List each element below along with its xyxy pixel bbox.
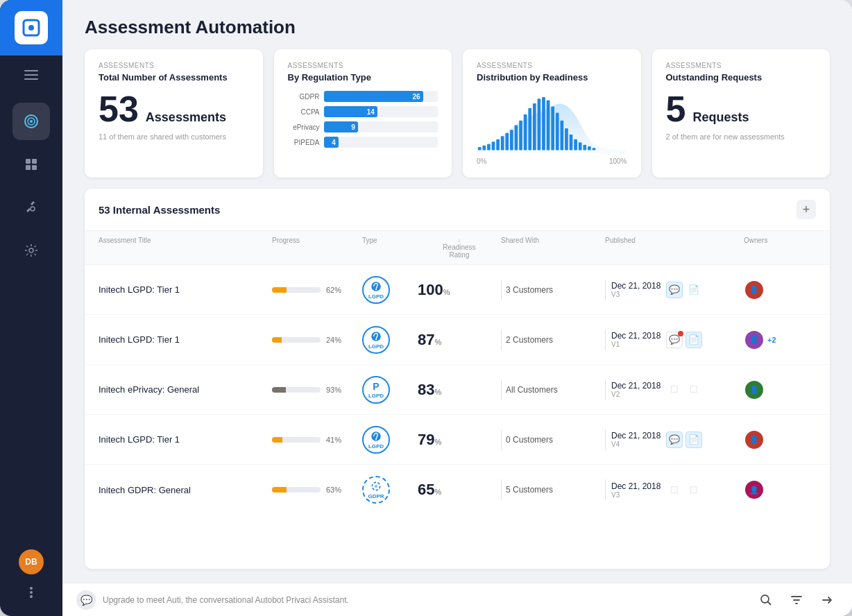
row-title-4: Initech LGPD: Tier 1 (99, 434, 272, 445)
col-readiness: ↓ Readiness Rating (418, 237, 501, 259)
bar-chart: GDPR 26 CCPA 14 (288, 91, 438, 148)
chat-notif-icon-2[interactable]: 💬 (666, 332, 683, 348)
stat-label-2: Assessments (288, 62, 438, 69)
chat-hint-text: Upgrade to meet Auti, the conversational… (103, 595, 349, 605)
owner-count-2: +2 (767, 336, 776, 344)
svg-rect-6 (32, 159, 37, 164)
stats-row: Assessments Total Number of Assessments … (62, 49, 852, 189)
chat-icon-4[interactable]: 💬 (666, 431, 683, 448)
doc-icon-2[interactable]: 📄 (685, 332, 702, 348)
shared-cell-5: 5 Customers (501, 479, 605, 500)
table-row: Initech ePrivacy: General 93% P LGPD (85, 365, 830, 415)
doc-icon-4[interactable]: 📄 (685, 431, 702, 448)
stat-card-outstanding: Assessments Outstanding Requests 5 Reque… (652, 49, 830, 178)
owner-avatar-3: 👤 (744, 379, 765, 400)
doc-empty-3: ☐ (685, 382, 702, 398)
menu-toggle[interactable] (0, 58, 62, 92)
svg-rect-33 (565, 128, 568, 151)
stat-sub-4: 2 of them are for new assessments (666, 132, 817, 141)
svg-rect-25 (528, 108, 531, 151)
dots-icon[interactable] (19, 580, 44, 605)
stat-title-3: Distribution by Readiness (477, 72, 627, 83)
svg-rect-37 (583, 145, 586, 151)
stat-big-num-1: 53 (99, 91, 139, 127)
shared-cell-3: All Customers (501, 379, 605, 400)
chat-hint: 💬 Upgrade to meet Auti, the conversation… (76, 590, 349, 610)
stat-label-1: Assessments (99, 62, 249, 69)
col-type: Type (362, 237, 418, 259)
svg-rect-24 (524, 114, 527, 151)
stat-unit-4: Requests (692, 110, 749, 125)
stat-title-2: By Regulation Type (288, 72, 438, 83)
table-row: Initech LGPD: Tier 1 24% (85, 315, 830, 365)
chat-empty-3: ☐ (666, 382, 683, 398)
type-badge-eprivacy: P LGPD (362, 376, 390, 404)
bar-row-pipeda: PIPEDA 4 (288, 137, 438, 148)
svg-point-43 (375, 339, 377, 340)
svg-rect-23 (519, 121, 522, 151)
published-cell-1: Dec 21, 2018 V3 💬 📄 (605, 280, 744, 300)
stat-card-regulation: Assessments By Regulation Type GDPR 26 C… (274, 49, 452, 178)
bottom-actions (755, 589, 838, 611)
published-cell-3: Dec 21, 2018 V2 ☐ ☐ (605, 379, 744, 400)
logo-area (0, 0, 62, 55)
svg-point-1 (28, 25, 34, 31)
sidebar-item-settings[interactable] (12, 232, 50, 269)
svg-point-41 (375, 289, 377, 290)
stat-title-4: Outstanding Requests (666, 72, 817, 83)
dist-min: 0% (477, 157, 486, 165)
svg-rect-39 (593, 148, 596, 150)
svg-point-12 (30, 591, 33, 594)
shared-cell-1: 3 Customers (501, 280, 605, 300)
chat-icon-1[interactable]: 💬 (666, 282, 683, 298)
type-cell-4: LGPD (362, 426, 418, 454)
stat-label-4: Assessments (666, 62, 817, 69)
svg-point-4 (30, 120, 33, 123)
bar-row-gdpr: GDPR 26 (288, 91, 438, 102)
table-body: Initech LGPD: Tier 1 62% (85, 265, 830, 569)
svg-rect-27 (538, 99, 541, 150)
sidebar-item-grid[interactable] (12, 146, 50, 183)
row-title-5: Initech GDPR: General (99, 485, 272, 495)
sidebar: DB (0, 0, 62, 616)
svg-rect-36 (579, 142, 582, 150)
col-owners: Owners (744, 237, 830, 259)
sidebar-item-tools[interactable] (12, 189, 50, 226)
svg-point-13 (30, 595, 33, 598)
svg-rect-26 (533, 103, 536, 151)
type-badge-lgpd-2: LGPD (362, 326, 390, 354)
dist-max: 100% (609, 157, 627, 165)
doc-icon-1[interactable]: 📄 (685, 282, 702, 298)
stat-label-3: Assessments (477, 62, 627, 69)
svg-rect-14 (478, 147, 482, 151)
progress-bar-3 (272, 387, 321, 393)
arrow-right-bottom-icon[interactable] (816, 589, 838, 611)
svg-rect-30 (551, 107, 554, 151)
stat-unit-1: Assessments (146, 110, 226, 125)
logo-icon (15, 11, 48, 44)
user-avatar[interactable]: DB (19, 549, 44, 574)
svg-rect-22 (515, 126, 518, 151)
hamburger-icon (24, 70, 38, 80)
svg-point-45 (375, 438, 377, 440)
svg-rect-15 (482, 146, 486, 151)
progress-pct-3: 93% (326, 386, 341, 394)
table-column-headers: Assessment Title Progress Type ↓ Readine… (85, 231, 830, 265)
svg-rect-38 (588, 146, 591, 151)
readiness-cell-2: 87 % (418, 331, 501, 349)
filter-bottom-icon[interactable] (785, 589, 808, 611)
svg-rect-34 (570, 135, 573, 151)
readiness-cell-4: 79 % (418, 431, 501, 449)
distribution-chart (477, 91, 627, 153)
owner-avatar-5: 👤 (744, 479, 765, 500)
sidebar-item-radar[interactable] (12, 103, 50, 140)
svg-point-10 (29, 248, 33, 253)
search-bottom-icon[interactable] (755, 589, 777, 611)
owners-cell-5: 👤 (744, 479, 830, 500)
stat-card-total: Assessments Total Number of Assessments … (85, 49, 263, 178)
svg-rect-35 (574, 139, 577, 151)
col-published: Published (605, 237, 744, 259)
progress-cell-1: 62% (272, 286, 362, 294)
table-title: 53 Internal Assessments (99, 204, 220, 216)
add-assessment-button[interactable]: + (796, 200, 816, 219)
